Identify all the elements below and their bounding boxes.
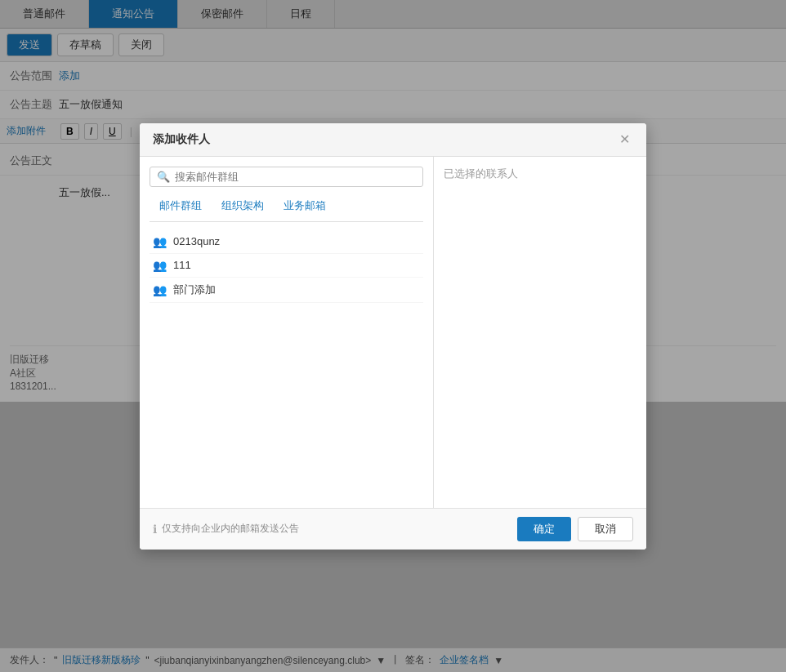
modal-close-button[interactable]: ✕ [616,131,633,148]
contact-name-dept: 部门添加 [173,283,216,297]
info-icon: ℹ [153,523,157,536]
modal-overlay: 添加收件人 ✕ 🔍 邮件群组 组织架构 业务邮箱 [0,0,786,672]
selected-contacts-label: 已选择的联系人 [444,164,518,183]
contact-name-0213: 0213qunz [173,235,220,247]
modal-tab-row: 邮件群组 组织架构 业务邮箱 [150,195,423,222]
contact-item-dept[interactable]: 👥 部门添加 [150,278,423,303]
modal-right-panel: 已选择的联系人 [434,157,646,508]
modal-body: 🔍 邮件群组 组织架构 业务邮箱 👥 0213qunz 👥 [140,157,646,508]
modal-dialog: 添加收件人 ✕ 🔍 邮件群组 组织架构 业务邮箱 [140,123,646,550]
cancel-button[interactable]: 取消 [578,517,633,541]
contact-item-0213[interactable]: 👥 0213qunz [150,230,423,254]
modal-hint: ℹ 仅支持向企业内的邮箱发送公告 [153,522,299,536]
hint-text: 仅支持向企业内的邮箱发送公告 [162,522,299,536]
contact-group-icon-dept: 👥 [153,283,167,296]
modal-tab-mail-group[interactable]: 邮件群组 [150,195,212,216]
modal-tab-org[interactable]: 组织架构 [212,195,274,216]
contact-group-icon-111: 👥 [153,259,167,272]
modal-title: 添加收件人 [153,132,210,147]
contact-name-111: 111 [173,259,191,271]
modal-tab-biz-mail[interactable]: 业务邮箱 [274,195,336,216]
search-icon: 🔍 [157,171,170,183]
search-input[interactable] [175,171,416,183]
confirm-button[interactable]: 确定 [517,517,571,541]
modal-header: 添加收件人 ✕ [140,123,646,157]
contact-group-icon-0213: 👥 [153,235,167,248]
contact-item-111[interactable]: 👥 111 [150,254,423,278]
search-box: 🔍 [150,167,423,187]
modal-footer: ℹ 仅支持向企业内的邮箱发送公告 确定 取消 [140,508,646,550]
modal-actions: 确定 取消 [517,517,633,541]
modal-left-panel: 🔍 邮件群组 组织架构 业务邮箱 👥 0213qunz 👥 [140,157,434,508]
contact-list: 👥 0213qunz 👥 111 👥 部门添加 [150,230,423,498]
